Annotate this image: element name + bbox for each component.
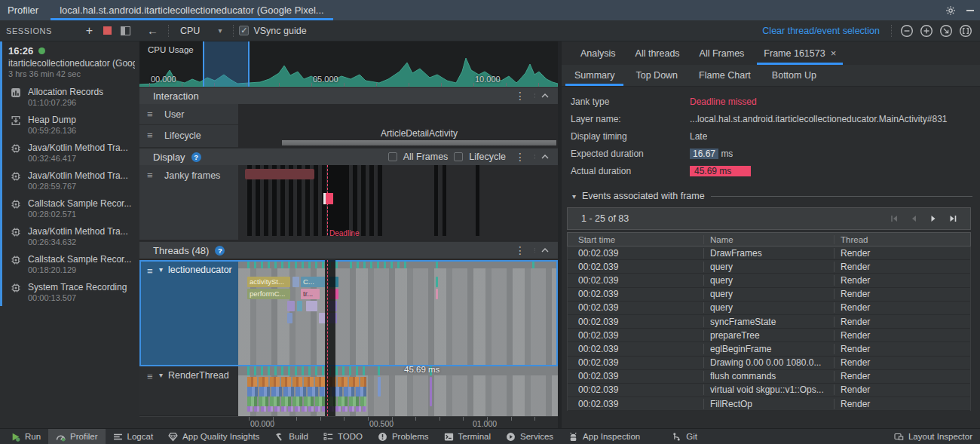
time-ruler[interactable]: 00.000 00.500 01.000 (139, 416, 558, 428)
trace-segment[interactable]: activitySt... (247, 277, 290, 287)
column-name[interactable]: Name (704, 235, 835, 244)
close-tab-icon[interactable]: × (831, 47, 837, 59)
table-row[interactable]: 00:02.039 query Render (568, 302, 970, 315)
session-artifact-item[interactable]: Callstack Sample Recor... 00:28:02.571 (2, 194, 139, 222)
current-session-item[interactable]: 16:26 itarticlecollectioneducator (Goog.… (2, 44, 139, 83)
janky-frames-track[interactable]: ≡ Janky frames Deadline (139, 165, 558, 240)
tab-summary[interactable]: Summary (564, 65, 625, 86)
trace-segment[interactable]: performC... (247, 289, 290, 299)
trace-segment[interactable] (378, 377, 381, 397)
statusbar-item-run[interactable]: Run (3, 429, 48, 444)
cpu-usage-chart[interactable]: CPU Usage 00.000 05.000 10.000 (139, 41, 558, 87)
table-row[interactable]: 00:02.039 eglBeginFrame Render (568, 342, 970, 356)
events-section-header[interactable]: ▾ Events associated with frame (572, 191, 972, 201)
selected-frame-marker[interactable] (323, 193, 333, 204)
expand-triangle-icon[interactable]: ▾ (159, 371, 163, 379)
tab-all-threads[interactable]: All threads (626, 41, 690, 65)
user-track[interactable]: ≡ User (139, 104, 558, 125)
lifecycle-checkbox[interactable] (454, 152, 463, 161)
table-row[interactable]: 00:02.039 FillRectOp Render (568, 397, 970, 411)
statusbar-item-app-inspection[interactable]: App Inspection (561, 429, 648, 444)
trace-segment[interactable] (430, 377, 432, 406)
settings-button[interactable] (941, 0, 960, 20)
session-artifact-item[interactable]: Java/Kotlin Method Tra... 00:26:34.632 (2, 222, 139, 250)
table-row[interactable]: 00:02.039 flush commands Render (568, 370, 970, 384)
drag-handle-icon[interactable]: ≡ (147, 170, 153, 181)
session-artifact-item[interactable]: System Trace Recording 00:00:13.507 (2, 278, 139, 306)
statusbar-item-layout-inspector[interactable]: Layout Inspector (887, 429, 980, 444)
session-tab[interactable]: local.hal.st.android.itarticlecollection… (49, 0, 334, 20)
tab-top-down[interactable]: Top Down (625, 65, 688, 86)
table-row[interactable]: 00:02.039 query Render (568, 288, 970, 302)
trace-segment[interactable] (287, 301, 295, 311)
statusbar-item-git[interactable]: Git (664, 429, 705, 444)
kebab-menu-icon[interactable]: ⋮ (512, 90, 528, 102)
render-thread-track[interactable]: ≡ ▾ RenderThread 45.69 ms (139, 366, 558, 416)
threads-section-header[interactable]: Threads (48) ? ⋮ (139, 241, 558, 259)
lifecycle-event-bar[interactable] (282, 140, 556, 145)
trace-segment[interactable]: tr... (301, 289, 320, 299)
next-page-button[interactable] (923, 213, 943, 224)
collapse-panel-button[interactable] (121, 26, 130, 35)
collapse-section-button[interactable] (534, 155, 550, 159)
vsync-guide-toggle[interactable]: ✓ VSync guide (239, 26, 306, 36)
table-row[interactable]: 00:02.039 query Render (568, 260, 970, 274)
zoom-to-selection-button[interactable] (958, 23, 973, 38)
zoom-out-button[interactable] (899, 23, 914, 38)
lifecycle-track[interactable]: ≡ Lifecycle ArticleDetailActivity (139, 125, 558, 148)
interaction-section-header[interactable]: Interaction ⋮ (139, 87, 558, 104)
table-row[interactable]: 00:02.039 DrawFrames Render (568, 246, 970, 260)
statusbar-item-todo[interactable]: TODO (316, 429, 370, 444)
session-artifact-item[interactable]: Heap Dump 00:59:26.136 (2, 111, 139, 139)
reset-zoom-button[interactable] (939, 23, 954, 38)
statusbar-item-build[interactable]: Build (267, 429, 316, 444)
statusbar-item-terminal[interactable]: Terminal (436, 429, 498, 444)
trace-segment[interactable] (436, 289, 438, 299)
drag-handle-icon[interactable]: ≡ (147, 130, 153, 141)
previous-page-button[interactable] (904, 213, 923, 224)
table-row[interactable]: 00:02.039 query Render (568, 274, 970, 287)
last-page-button[interactable] (943, 213, 963, 224)
back-button[interactable]: ← (139, 24, 163, 37)
main-thread-track[interactable]: ≡ ▾ lectioneducator activitySt... C... (139, 260, 558, 366)
session-artifact-item[interactable]: Java/Kotlin Method Tra... 00:32:46.417 (2, 139, 139, 167)
trace-segment[interactable] (436, 277, 438, 287)
tab-analysis[interactable]: Analysis (571, 41, 626, 65)
help-icon[interactable]: ? (191, 152, 201, 162)
drag-handle-icon[interactable]: ≡ (147, 109, 153, 120)
tab-frame[interactable]: Frame 161573 × (754, 41, 846, 65)
table-row[interactable]: 00:02.039 prepareTree Render (568, 329, 970, 342)
trace-segment[interactable] (292, 277, 299, 287)
session-artifact-item[interactable]: Allocation Records 01:10:07.296 (2, 83, 139, 111)
trace-segment[interactable] (297, 301, 302, 311)
session-artifact-item[interactable]: Java/Kotlin Method Tra... 00:28:59.767 (2, 167, 139, 194)
stop-recording-button[interactable] (103, 26, 112, 35)
main-thread-trace[interactable]: activitySt... C... performC... tr... (238, 262, 556, 365)
timeline-selection-region[interactable] (203, 41, 250, 87)
render-thread-trace[interactable]: 45.69 ms (238, 366, 558, 416)
tab-flame-chart[interactable]: Flame Chart (688, 65, 761, 86)
statusbar-item-logcat[interactable]: Logcat (106, 429, 161, 444)
vsync-checkbox[interactable]: ✓ (239, 26, 249, 35)
display-section-header[interactable]: Display ? All Frames Lifecycle ⋮ (139, 148, 558, 165)
trace-segment[interactable] (287, 313, 292, 323)
help-icon[interactable]: ? (215, 246, 225, 256)
expand-triangle-icon[interactable]: ▾ (159, 265, 163, 274)
drag-handle-icon[interactable]: ≡ (147, 371, 153, 382)
table-row[interactable]: 00:02.039 syncFrameState Render (568, 315, 970, 329)
statusbar-item-problems[interactable]: Problems (370, 429, 436, 444)
column-thread[interactable]: Thread (835, 235, 970, 244)
profiler-type-dropdown[interactable]: CPU ▾ (174, 24, 228, 38)
column-start-time[interactable]: Start time (568, 235, 704, 244)
collapse-section-button[interactable] (534, 93, 550, 98)
statusbar-item-app-quality-insights[interactable]: App Quality Insights (161, 429, 267, 444)
session-artifact-item[interactable]: Callstack Sample Recor... 00:18:20.129 (2, 250, 139, 278)
events-table-header[interactable]: Start time Name Thread (567, 232, 971, 246)
table-row[interactable]: 00:02.039 Drawing 0.00 0.00 1080.0... Re… (568, 357, 970, 370)
drag-handle-icon[interactable]: ≡ (147, 265, 153, 277)
table-row[interactable]: 00:02.039 virtual void skgpu::v1::Ops...… (568, 384, 970, 397)
hide-button[interactable] (960, 0, 980, 20)
all-frames-checkbox[interactable] (388, 152, 397, 161)
collapse-section-button[interactable] (534, 248, 550, 253)
zoom-in-button[interactable] (919, 23, 934, 38)
